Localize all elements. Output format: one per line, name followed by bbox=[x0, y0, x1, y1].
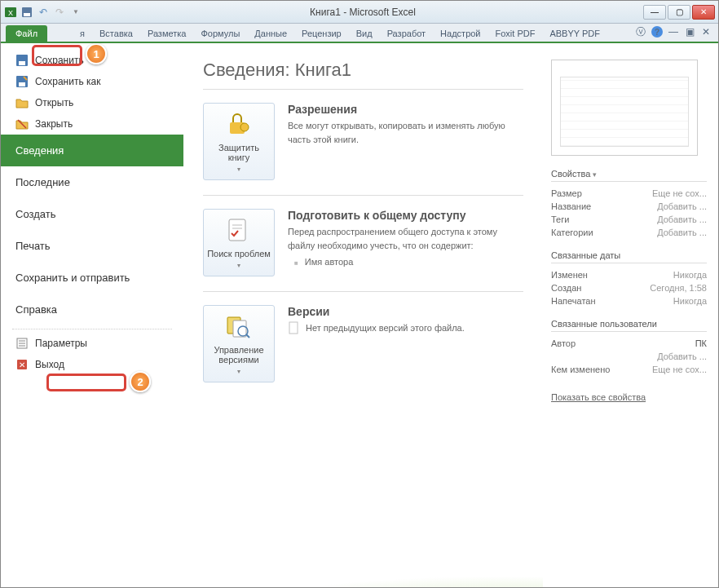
page-title: Сведения: Книга1 bbox=[203, 60, 523, 81]
tab-developer[interactable]: Разработ bbox=[381, 25, 432, 42]
tab-file[interactable]: Файл bbox=[6, 25, 47, 42]
open-icon bbox=[15, 96, 29, 109]
svg-line-23 bbox=[246, 334, 249, 338]
check-issues-button[interactable]: Поиск проблем ▾ bbox=[203, 209, 275, 276]
prop-value: Еще не сох... bbox=[652, 188, 707, 198]
minimize-button[interactable]: — bbox=[643, 5, 666, 20]
lock-icon bbox=[224, 110, 254, 139]
section-title: Версии bbox=[288, 305, 523, 318]
prop-label: Размер bbox=[551, 188, 582, 198]
sidebar-item-label: Сохранить bbox=[35, 55, 84, 66]
tab-insert[interactable]: Вставка bbox=[93, 25, 139, 42]
tab-foxit[interactable]: Foxit PDF bbox=[489, 25, 542, 42]
backstage-view: Сохранить Сохранить как Открыть Закрыть … bbox=[1, 43, 718, 587]
add-author[interactable]: Добавить ... bbox=[657, 351, 707, 361]
sidebar-close[interactable]: Закрыть bbox=[1, 113, 183, 135]
ribbon-minimize-icon[interactable]: ⓥ bbox=[635, 26, 646, 38]
sidebar-saveas[interactable]: Сохранить как bbox=[1, 71, 183, 92]
tab-view[interactable]: Вид bbox=[350, 25, 379, 42]
sidebar-exit[interactable]: ✕Выход bbox=[1, 354, 183, 375]
show-all-properties-link[interactable]: Показать все свойства bbox=[551, 392, 646, 402]
section-permissions: Защитить книгу ▾ Разрешения Все могут от… bbox=[203, 103, 523, 180]
prop-value: Никогда bbox=[673, 296, 707, 306]
sidebar-item-label: Сохранить и отправить bbox=[15, 272, 130, 284]
sidebar-item-label: Сохранить как bbox=[35, 76, 100, 87]
document-thumbnail bbox=[551, 60, 698, 156]
bullet-item: Имя автора bbox=[288, 257, 523, 267]
exit-icon: ✕ bbox=[15, 358, 29, 371]
save-icon[interactable] bbox=[20, 6, 33, 19]
button-label: Управление версиями bbox=[207, 345, 271, 365]
protect-workbook-button[interactable]: Защитить книгу ▾ bbox=[203, 103, 275, 180]
document-icon bbox=[288, 321, 301, 334]
prop-value: ПК bbox=[695, 338, 707, 348]
doc-minimize-icon[interactable]: — bbox=[668, 26, 679, 38]
sidebar-item-label: Выход bbox=[35, 359, 64, 370]
prop-value: Сегодня, 1:58 bbox=[650, 283, 707, 293]
callout-1: 1 bbox=[86, 43, 107, 64]
sidebar-recent[interactable]: Последние bbox=[1, 166, 183, 198]
help-icon[interactable]: ? bbox=[651, 26, 663, 38]
prop-label: Напечатан bbox=[551, 296, 595, 306]
section-versions: Управление версиями ▾ Версии Нет предыду… bbox=[203, 305, 523, 382]
quick-access-toolbar: X ↶ ↷ ▼ bbox=[4, 6, 82, 19]
sidebar-options[interactable]: Параметры bbox=[1, 333, 183, 354]
section-inspect: Поиск проблем ▾ Подготовить к общему дос… bbox=[203, 209, 523, 276]
prop-value[interactable]: Добавить ... bbox=[657, 201, 707, 211]
sidebar-new[interactable]: Создать bbox=[1, 198, 183, 230]
ribbon-tabs: Файл я Вставка Разметка Формулы Данные Р… bbox=[1, 24, 718, 43]
svg-text:✕: ✕ bbox=[19, 360, 25, 369]
svg-rect-17 bbox=[229, 219, 245, 241]
sidebar-info[interactable]: Сведения bbox=[1, 135, 183, 166]
svg-rect-7 bbox=[19, 82, 25, 86]
backstage-sidebar: Сохранить Сохранить как Открыть Закрыть … bbox=[1, 43, 183, 587]
sidebar-help[interactable]: Справка bbox=[1, 294, 183, 325]
section-title: Разрешения bbox=[288, 103, 523, 116]
qat-dropdown-icon[interactable]: ▼ bbox=[69, 6, 82, 19]
close-button[interactable]: ✕ bbox=[692, 5, 715, 20]
section-desc: Все могут открывать, копировать и изменя… bbox=[288, 119, 523, 146]
sidebar-item-label: Справка bbox=[15, 303, 57, 316]
doc-close-icon[interactable]: ✕ bbox=[700, 26, 712, 38]
sidebar-open[interactable]: Открыть bbox=[1, 92, 183, 113]
button-label: Поиск проблем bbox=[207, 249, 271, 259]
section-desc: Перед распространением общего доступа к … bbox=[288, 225, 523, 252]
window-buttons: — ▢ ✕ bbox=[643, 5, 715, 20]
prop-label: Изменен bbox=[551, 270, 588, 280]
svg-rect-5 bbox=[19, 61, 25, 65]
tab-home-partial[interactable]: я bbox=[73, 25, 91, 42]
svg-rect-24 bbox=[289, 322, 298, 334]
versions-icon bbox=[224, 312, 254, 342]
callout-2: 2 bbox=[130, 371, 151, 392]
doc-restore-icon[interactable]: ▣ bbox=[684, 26, 695, 38]
options-icon bbox=[15, 337, 29, 350]
tab-data[interactable]: Данные bbox=[248, 25, 293, 42]
tab-layout[interactable]: Разметка bbox=[141, 25, 193, 42]
save-icon bbox=[15, 54, 29, 67]
maximize-button[interactable]: ▢ bbox=[668, 5, 690, 20]
tab-review[interactable]: Рецензир bbox=[295, 25, 348, 42]
saveas-icon bbox=[15, 75, 29, 88]
sidebar-item-label: Закрыть bbox=[35, 118, 73, 130]
prop-label: Кем изменено bbox=[551, 365, 610, 374]
checklist-icon bbox=[224, 216, 254, 245]
sidebar-item-label: Создать bbox=[15, 208, 55, 220]
tab-formulas[interactable]: Формулы bbox=[194, 25, 246, 42]
undo-icon[interactable]: ↶ bbox=[37, 6, 50, 19]
tab-abbyy[interactable]: ABBYY PDF bbox=[543, 25, 607, 42]
sidebar-save-send[interactable]: Сохранить и отправить bbox=[1, 262, 183, 294]
manage-versions-button[interactable]: Управление версиями ▾ bbox=[203, 305, 275, 382]
svg-rect-3 bbox=[24, 13, 30, 16]
svg-point-16 bbox=[240, 123, 249, 131]
sidebar-print[interactable]: Печать bbox=[1, 230, 183, 262]
tab-addins[interactable]: Надстрой bbox=[434, 25, 487, 42]
properties-dropdown[interactable]: Свойства bbox=[551, 169, 707, 182]
sidebar-item-label: Параметры bbox=[35, 338, 87, 349]
prop-value[interactable]: Добавить ... bbox=[657, 228, 707, 237]
redo-icon[interactable]: ↷ bbox=[53, 6, 66, 19]
prop-label: Автор bbox=[551, 338, 576, 348]
users-heading: Связанные пользователи bbox=[551, 319, 707, 332]
prop-value[interactable]: Добавить ... bbox=[657, 214, 707, 224]
properties-panel: Свойства РазмерЕще не сох... НазваниеДоб… bbox=[543, 43, 718, 587]
decorative-swoosh bbox=[183, 514, 543, 587]
